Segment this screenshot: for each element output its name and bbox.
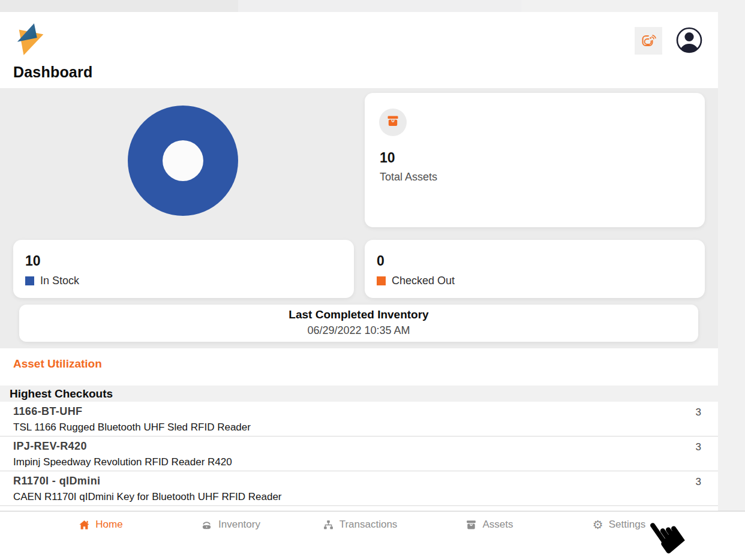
checked-out-label: Checked Out (392, 275, 455, 287)
nav-item-inventory[interactable]: Inventory (166, 515, 295, 534)
bottom-navigation: Home Inventory (0, 511, 745, 560)
total-assets-card[interactable]: 10 Total Assets (365, 93, 705, 227)
nav-item-settings[interactable]: ⚙ Settings (554, 515, 684, 534)
app-screen: Dashboard (0, 0, 745, 560)
checked-out-card[interactable]: 0 Checked Out (365, 240, 705, 298)
transactions-icon (323, 519, 334, 531)
home-icon (79, 519, 90, 531)
page-title: Dashboard (13, 64, 92, 81)
inventory-icon (200, 519, 213, 531)
asset-description: Impinj Speedway Revolution RFID Reader R… (13, 456, 232, 468)
list-item[interactable]: 1166-BT-UHF TSL 1166 Rugged Bluetooth UH… (0, 402, 718, 436)
nav-label-settings: Settings (609, 519, 645, 531)
total-assets-value: 10 (380, 150, 395, 166)
archive-box-icon (386, 115, 399, 130)
checked-out-value: 0 (377, 253, 384, 269)
asset-code: 1166-BT-UHF (13, 405, 82, 418)
checkout-count: 3 (696, 407, 701, 419)
asset-description: TSL 1166 Rugged Bluetooth UHF Sled RFID … (13, 421, 251, 433)
nav-item-transactions[interactable]: Transactions (295, 515, 425, 534)
brand-logo-icon (13, 22, 50, 56)
last-inventory-timestamp: 06/29/2022 10:35 AM (19, 324, 698, 337)
last-inventory-title: Last Completed Inventory (19, 308, 698, 321)
asset-code: R1170I - qIDmini (13, 475, 100, 487)
nav-label-inventory: Inventory (218, 519, 260, 531)
highest-checkouts-header: Highest Checkouts (0, 386, 718, 402)
device-status-bar (0, 0, 745, 12)
settings-gear-icon: ⚙ (593, 519, 603, 531)
checked-out-legend-swatch (377, 276, 386, 285)
asset-code: IPJ-REV-R420 (13, 440, 87, 453)
assets-icon (465, 519, 477, 531)
nav-label-transactions: Transactions (340, 519, 398, 531)
list-item[interactable]: R1170I - qIDmini CAEN R1170I qIDmini Key… (0, 471, 718, 506)
highest-checkouts-list: 1166-BT-UHF TSL 1166 Rugged Bluetooth UH… (0, 402, 718, 506)
in-stock-legend-swatch (25, 276, 34, 285)
nav-item-assets[interactable]: Assets (425, 515, 554, 534)
overview-section: 10 Total Assets 10 In Stock 0 Checked Ou… (0, 88, 718, 348)
profile-avatar-button[interactable] (675, 26, 703, 54)
user-avatar-icon (675, 47, 703, 56)
in-stock-value: 10 (25, 253, 41, 269)
nav-label-home: Home (95, 519, 122, 531)
checkout-count: 3 (696, 476, 701, 488)
asset-status-donut-chart (128, 106, 238, 216)
in-stock-label: In Stock (40, 275, 79, 287)
donut-hole (163, 140, 203, 181)
right-gutter (718, 12, 745, 511)
rfid-scan-icon (640, 32, 657, 50)
nav-label-assets: Assets (482, 519, 513, 531)
nav-item-home[interactable]: Home (36, 515, 166, 534)
asset-utilization-title: Asset Utilization (13, 357, 102, 371)
rfid-scan-button[interactable] (635, 27, 662, 55)
total-assets-icon-circle (379, 109, 407, 136)
total-assets-label: Total Assets (380, 171, 437, 183)
list-item[interactable]: IPJ-REV-R420 Impinj Speedway Revolution … (0, 436, 718, 471)
asset-description: CAEN R1170I qIDmini Key for Bluetooth UH… (13, 491, 282, 503)
in-stock-card[interactable]: 10 In Stock (13, 240, 354, 298)
checkout-count: 3 (696, 441, 701, 453)
header: Dashboard (0, 12, 718, 88)
last-inventory-card[interactable]: Last Completed Inventory 06/29/2022 10:3… (19, 305, 698, 342)
